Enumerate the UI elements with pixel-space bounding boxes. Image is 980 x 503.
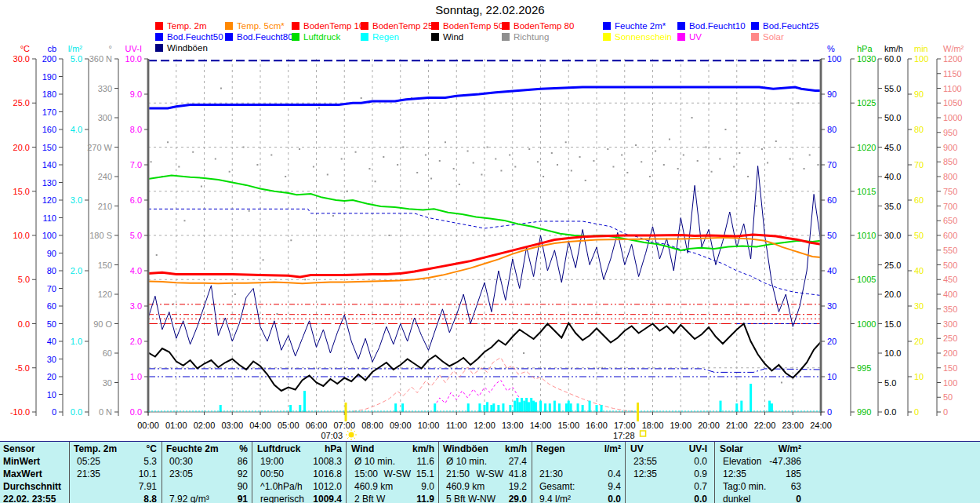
axis-tick-label: 50 [827, 231, 837, 240]
axis-tick-label: 300 [98, 113, 112, 122]
axis-tick-label: 4.0 [71, 125, 82, 134]
table-cell-value: 29.0 [509, 494, 527, 503]
richtung-dot [215, 159, 216, 160]
axis-tick-label: 30.0 [884, 231, 901, 240]
axis-tick-label: 0.0 [884, 407, 896, 417]
richtung-dot [557, 164, 558, 166]
richtung-dot [256, 164, 258, 166]
axis-tick-label: 70 [914, 160, 924, 169]
table-cell-label: 12:35 [633, 468, 657, 479]
richtung-dot [263, 259, 264, 261]
table-cell-label: 21:50 [446, 468, 470, 479]
axis-tick-label: -10.0 [10, 407, 30, 417]
table-cell-value: 9.4 [608, 481, 621, 492]
table-separator [714, 442, 715, 503]
richtung-dot [355, 151, 357, 153]
axis-tick-label: 40 [914, 266, 924, 275]
table-col-header: Wind [351, 443, 374, 454]
table-col-unit: km/h [412, 443, 434, 454]
richtung-dot [669, 139, 670, 140]
rain-bar [303, 391, 306, 412]
richtung-dot [663, 164, 665, 166]
axis-tick-label: 70 [827, 160, 837, 169]
axis-tick-label: 15.0 [884, 319, 901, 329]
axis-tick-label: 330 [98, 84, 112, 93]
axis-tick-label: 20 [47, 372, 56, 381]
richtung-dot [683, 155, 684, 156]
axis-tick-label: 270 W [87, 143, 112, 152]
x-axis-label: 08:00 [361, 421, 383, 430]
richtung-dot [641, 161, 642, 162]
table-cell-value: 0.7 [694, 481, 707, 492]
x-axis-label: 19:00 [670, 421, 691, 430]
table-col-unit: UV-I [689, 443, 707, 454]
sunset-square-icon [641, 431, 646, 436]
axis-tick-label: 3.0 [130, 301, 142, 311]
axis-tick-label: 240 [98, 172, 112, 181]
x-axis-label: 16:00 [586, 421, 608, 430]
table-cell-direction: W-SW [477, 468, 503, 479]
table-col-header: Feuchte 2m [166, 443, 219, 454]
axis-tick-label: 30 [827, 301, 837, 311]
axis-tick-label: 40 [47, 337, 56, 346]
table-col-unit: km/h [505, 443, 527, 454]
richtung-dot [724, 129, 726, 130]
table-cell-label: 7.92 g/m³ [169, 494, 209, 503]
axis-tick-label: 20.0 [13, 143, 30, 152]
rain-bar [768, 401, 771, 412]
x-axis-label: 23:00 [782, 421, 804, 430]
axis-tick-label: 1150 [943, 69, 962, 78]
table-cell-label: 15:00 [354, 468, 378, 479]
table-cell-label: dunkel [723, 494, 750, 503]
table-cell-value: 0.0 [694, 456, 707, 467]
x-axis-label: 05:00 [278, 421, 299, 430]
table-cell-label: 23:55 [633, 456, 657, 467]
x-axis-label: 00:00 [137, 421, 159, 430]
richtung-dot [719, 159, 720, 160]
rain-bar [558, 403, 561, 412]
axis-tick-label: 50 [914, 231, 924, 240]
richtung-dot [243, 147, 245, 148]
x-axis-label: 11:00 [446, 421, 467, 430]
table-separator [252, 442, 252, 503]
axis-tick-label: 300 [943, 319, 957, 329]
axis-tick-label: 10.0 [125, 54, 142, 64]
table-row-label: Sensor [3, 443, 35, 454]
richtung-dot [249, 210, 250, 212]
richtung-dot [229, 171, 230, 173]
x-axis-label: 20:00 [698, 421, 720, 430]
richtung-dot [514, 166, 516, 168]
richtung-dot [361, 97, 362, 99]
weather-chart: °C30.025.020.015.010.05.00.0-5.0-10.0cb2… [0, 0, 980, 441]
axis-tick-label: 250 [943, 334, 957, 343]
table-cell-value: 86 [238, 456, 248, 467]
axis-tick-label: 1.0 [130, 372, 142, 381]
axis-tick-label: 0 N [99, 407, 112, 417]
axis-tick-label: 0 [914, 407, 919, 417]
table-row-label: 22.02. 23:55 [3, 494, 56, 503]
table-cell-value: 0.0 [694, 494, 707, 503]
table-cell-value: 11.9 [416, 494, 434, 503]
table-cell-direction: W-SW [384, 468, 411, 479]
richtung-dot [285, 176, 286, 177]
axis-tick-label: 130 [42, 178, 56, 188]
table-col-unit: °C [147, 443, 157, 454]
richtung-dot [817, 164, 818, 166]
table-separator [532, 442, 532, 503]
rain-bar [525, 398, 528, 412]
x-axis-label: 22:00 [754, 421, 776, 430]
table-cell-label: 460.9 km [354, 481, 393, 492]
sunset-time-label: 17:28 [613, 431, 635, 440]
sunrise-sun-icon [354, 438, 355, 439]
table-cell-value: 15.1 [416, 468, 434, 479]
axis-tick-label: 90 [827, 89, 837, 99]
table-cell-label: 9.4 l/m² [539, 494, 571, 503]
richtung-dot [290, 239, 292, 241]
axis-tick-label: 90 [47, 249, 56, 258]
table-cell-label: 23:05 [169, 468, 193, 479]
axis-tick-label: 25.0 [13, 98, 30, 108]
richtung-dot [299, 148, 300, 150]
axis-tick-label: 70 [47, 284, 56, 293]
axis-tick-label: -5.0 [15, 363, 30, 373]
table-cell-label: Gesamt: [539, 481, 575, 492]
